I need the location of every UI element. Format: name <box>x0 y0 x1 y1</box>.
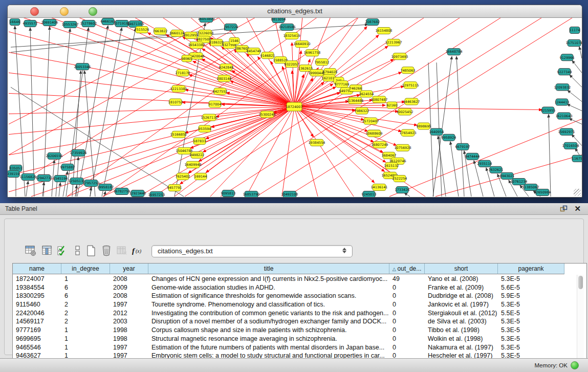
graph-node[interactable]: 939159 <box>8 170 19 177</box>
graph-node[interactable]: 12923448 <box>129 190 146 196</box>
graph-node[interactable]: 20691406 <box>41 19 58 26</box>
graph-node[interactable]: 17359924 <box>70 149 86 156</box>
graph-node[interactable]: 2718176 <box>176 70 190 76</box>
window-titlebar[interactable]: citations_edges.txt <box>8 5 582 18</box>
graph-edge[interactable] <box>180 106 294 184</box>
graph-edge[interactable] <box>26 181 28 196</box>
graph-node[interactable]: 18325419 <box>283 33 300 39</box>
graph-node[interactable]: 16648784 <box>445 49 462 55</box>
graph-node[interactable]: 16640910 <box>293 41 310 48</box>
graph-edge[interactable] <box>30 28 34 196</box>
column-header-pagerank[interactable]: pagerank <box>498 264 564 274</box>
graph-node[interactable]: 8454749 <box>247 48 262 55</box>
graph-node[interactable]: 9975887 <box>60 164 75 170</box>
graph-node[interactable]: 10756928 <box>394 144 411 151</box>
resize-grip-icon[interactable] <box>574 189 581 196</box>
column-header-name[interactable]: name <box>13 264 61 274</box>
graph-node[interactable]: 17016504 <box>562 142 579 149</box>
graph-node[interactable]: 21364486 <box>346 97 363 104</box>
graph-node[interactable]: 10807487 <box>371 96 387 103</box>
graph-node[interactable]: 1640954 <box>429 128 444 135</box>
graph-node[interactable]: 8427552 <box>213 88 228 95</box>
graph-node[interactable]: 10025452 <box>396 108 413 115</box>
citation-network-graph[interactable]: 1664649355722069140610553267152786026466… <box>8 18 582 197</box>
graph-node[interactable]: 1733426 <box>395 186 410 193</box>
column-header-in-degree[interactable]: in_degree <box>61 264 110 274</box>
graph-node[interactable]: 9227349 <box>557 69 572 75</box>
graph-node[interactable]: 6679197 <box>455 143 470 150</box>
graph-node[interactable]: 1545194 <box>53 175 68 182</box>
graph-node[interactable]: 116753 <box>572 155 582 162</box>
graph-node[interactable]: 20053346 <box>74 63 91 70</box>
graph-edge[interactable] <box>222 47 294 106</box>
graph-node[interactable]: 9242848 <box>219 64 234 71</box>
graph-node[interactable]: 20206556 <box>46 152 62 159</box>
graph-node[interactable]: 7515526 <box>135 27 149 33</box>
column-header-out-de-[interactable]: △out_de... <box>389 264 425 274</box>
graph-node[interactable]: 8813054 <box>271 18 286 23</box>
graph-edge[interactable] <box>438 136 446 196</box>
graph-node[interactable]: 746266 <box>350 85 362 92</box>
graph-node[interactable]: 7986322 <box>355 107 369 114</box>
graph-node[interactable]: 16957253 <box>148 191 165 197</box>
graph-node[interactable]: 2935114 <box>477 160 492 167</box>
graph-node[interactable]: 15720407 <box>362 118 379 124</box>
graph-node[interactable]: 7663822 <box>153 28 168 35</box>
new-table-icon[interactable] <box>84 244 98 257</box>
graph-node[interactable]: 7485063 <box>401 67 416 74</box>
graph-node[interactable]: 3624554 <box>359 91 374 97</box>
graph-node[interactable]: 12942737 <box>35 174 52 181</box>
graph-node[interactable]: 10492108 <box>281 191 298 197</box>
graph-node[interactable]: 19218586 <box>278 24 295 31</box>
table-row[interactable]: 1830029562008Estimation of significance … <box>13 292 586 300</box>
graph-edge[interactable] <box>210 106 294 196</box>
network-window[interactable]: citations_edges.txt 16646493557220691406… <box>7 5 582 198</box>
graph-node[interactable]: 1810752 <box>168 99 183 105</box>
graph-edge[interactable] <box>404 193 410 196</box>
graph-node[interactable]: 98965 <box>182 55 192 62</box>
graph-node[interactable]: 17654923 <box>399 129 416 136</box>
graph-node[interactable]: 169144 <box>194 173 207 180</box>
graph-node[interactable]: 1244413 <box>555 99 570 105</box>
graph-node[interactable]: 11174 <box>570 27 580 34</box>
graph-edge[interactable] <box>294 106 375 182</box>
graph-node[interactable]: 12213967 <box>385 39 402 46</box>
graph-node[interactable]: 7957224 <box>224 24 238 31</box>
table-row[interactable]: 911546021997Tourette syndrome. Phenomeno… <box>13 300 586 309</box>
table-row[interactable]: 1456911722003Disruption of a novel membe… <box>13 317 586 326</box>
graph-node[interactable]: 16646 <box>10 19 20 26</box>
graph-node[interactable]: 16807249 <box>371 141 388 148</box>
graph-node[interactable]: 7625402 <box>176 173 190 180</box>
graph-node[interactable]: 12093832 <box>554 84 571 91</box>
graph-edge[interactable] <box>456 56 464 196</box>
graph-node[interactable]: 8660124 <box>170 30 185 37</box>
graph-node[interactable]: 1546 <box>229 38 239 45</box>
graph-edge[interactable] <box>77 26 108 196</box>
graph-node[interactable]: 15267130 <box>201 114 217 121</box>
graph-node[interactable]: 16782759 <box>113 188 130 194</box>
graph-edge[interactable] <box>568 90 582 101</box>
graph-node[interactable]: 16543382 <box>188 42 205 49</box>
table-row[interactable]: 1938455462009Genome-wide association stu… <box>13 283 586 292</box>
graph-node[interactable]: 18724007 <box>286 102 302 111</box>
graph-node[interactable]: 10553267 <box>61 21 78 28</box>
graph-edge[interactable] <box>294 106 401 131</box>
column-header-title[interactable]: title <box>148 264 389 274</box>
graph-node[interactable]: 4935572 <box>23 20 38 27</box>
graph-node[interactable]: 8215955 <box>541 107 556 114</box>
table-row[interactable]: 946554611997Estimation of the future num… <box>13 343 586 352</box>
graph-edge[interactable] <box>43 27 50 196</box>
graph-edge[interactable] <box>76 157 78 196</box>
vertical-scrollbar[interactable] <box>577 275 584 360</box>
graph-edge[interactable] <box>206 106 294 172</box>
graph-edge[interactable] <box>294 106 384 171</box>
graph-node[interactable]: 16154808 <box>375 28 392 34</box>
graph-node[interactable]: 9457791 <box>167 184 182 191</box>
table-select-dropdown[interactable]: citations_edges.txt <box>151 245 353 257</box>
graph-node[interactable]: 9958924 <box>442 134 456 141</box>
graph-edge[interactable] <box>389 119 582 196</box>
graph-node[interactable]: 9095813 <box>221 190 236 196</box>
table-row[interactable]: 2242004622012Investigating the contribut… <box>13 309 586 318</box>
graph-node[interactable]: 15166852 <box>170 131 187 138</box>
graph-node[interactable]: 8943021 <box>500 172 515 179</box>
